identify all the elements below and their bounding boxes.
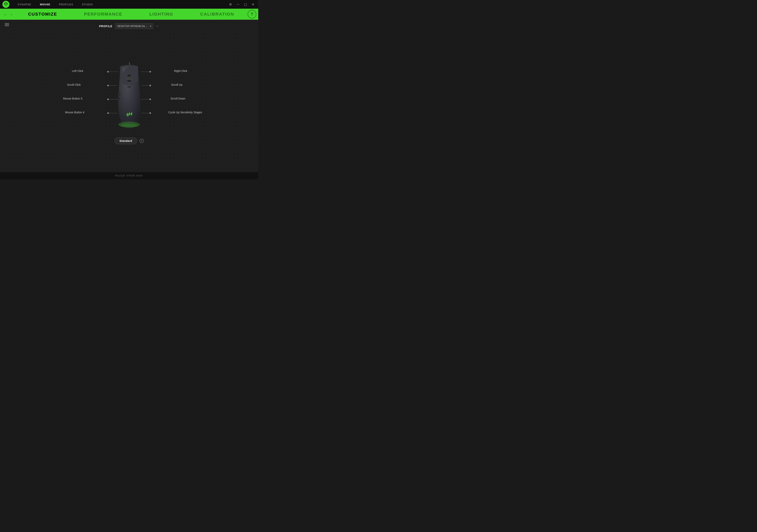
mouse-area: Left Click Scroll Click Mouse Button 5 M… (0, 34, 258, 161)
label-left-click[interactable]: Left Click (72, 69, 83, 73)
svg-point-12 (149, 99, 151, 100)
menu-icon[interactable] (4, 22, 10, 27)
minimize-button[interactable]: ─ (235, 1, 241, 7)
maximize-button[interactable]: ▢ (242, 1, 248, 7)
tab-customize[interactable]: CUSTOMIZE (25, 10, 60, 18)
label-cycle-up[interactable]: Cycle Up Sensitivity Stages (168, 111, 202, 114)
standard-button[interactable]: Standard (114, 137, 137, 144)
nav-tab-profiles[interactable]: PROFILES (55, 0, 77, 9)
profile-dropdown[interactable]: DESKTOP-6FP8DIB-De... (115, 23, 153, 29)
tab-performance[interactable]: PERFORMANCE (81, 10, 125, 18)
tab-help-button[interactable]: ? (248, 10, 256, 18)
tabbar: ‹ › CUSTOMIZE PERFORMANCE LIGHTING CALIB… (0, 9, 258, 20)
nav-tabs: SYNAPSE MOUSE PROFILES STUDIO (14, 0, 97, 9)
label-right-click[interactable]: Right Click (174, 69, 187, 73)
window-controls: ⚙ ─ ▢ ✕ (227, 1, 256, 7)
nav-tab-mouse[interactable]: MOUSE (36, 0, 55, 9)
label-mouse-btn-4[interactable]: Mouse Button 4 (65, 111, 84, 114)
more-options-button[interactable]: ··· (156, 24, 159, 28)
nav-tab-studio[interactable]: STUDIO (77, 0, 97, 9)
device-name: RAZER VIPER MINI (115, 174, 143, 177)
label-scroll-down[interactable]: Scroll Down (170, 97, 185, 100)
settings-button[interactable]: ⚙ (227, 1, 233, 7)
svg-rect-20 (118, 92, 120, 96)
titlebar: SYNAPSE MOUSE PROFILES STUDIO ⚙ ─ ▢ ✕ (0, 0, 258, 9)
svg-point-4 (107, 99, 109, 100)
tab-forward-button[interactable]: › (8, 11, 15, 17)
svg-rect-21 (118, 97, 120, 101)
tab-items: CUSTOMIZE PERFORMANCE LIGHTING CALIBRATI… (15, 10, 248, 18)
standard-help-button[interactable]: ? (139, 139, 144, 143)
label-scroll-up[interactable]: Scroll Up (171, 83, 182, 86)
tab-lighting[interactable]: LIGHTING (146, 10, 176, 18)
mouse-image (109, 62, 149, 133)
svg-point-0 (107, 71, 109, 73)
svg-point-10 (149, 85, 151, 86)
toolbar (0, 20, 14, 30)
mouse-diagram: Left Click Scroll Click Mouse Button 5 M… (60, 50, 198, 144)
label-mouse-btn-5[interactable]: Mouse Button 5 (63, 97, 82, 100)
profile-bar: PROFILE DESKTOP-6FP8DIB-De... ··· (99, 23, 159, 29)
profile-value: DESKTOP-6FP8DIB-De... (117, 25, 147, 28)
main-content: PROFILE DESKTOP-6FP8DIB-De... ··· (0, 20, 258, 172)
tab-back-button[interactable]: ‹ (2, 11, 8, 17)
bottombar: RAZER VIPER MINI (0, 172, 258, 179)
nav-tab-synapse[interactable]: SYNAPSE (14, 0, 36, 9)
svg-rect-22 (127, 86, 131, 88)
svg-rect-17 (127, 77, 132, 77)
svg-point-6 (107, 112, 109, 114)
profile-label: PROFILE (99, 25, 112, 28)
svg-point-24 (120, 124, 138, 128)
svg-point-14 (149, 112, 151, 114)
razer-logo (2, 1, 10, 8)
tab-calibration[interactable]: CALIBRATION (197, 10, 237, 18)
svg-rect-19 (127, 79, 132, 80)
standard-button-container: Standard ? (114, 137, 144, 144)
svg-point-8 (149, 71, 151, 73)
svg-rect-18 (127, 78, 132, 79)
svg-point-2 (107, 85, 109, 86)
close-button[interactable]: ✕ (250, 1, 256, 7)
label-scroll-click[interactable]: Scroll Click (67, 83, 81, 86)
